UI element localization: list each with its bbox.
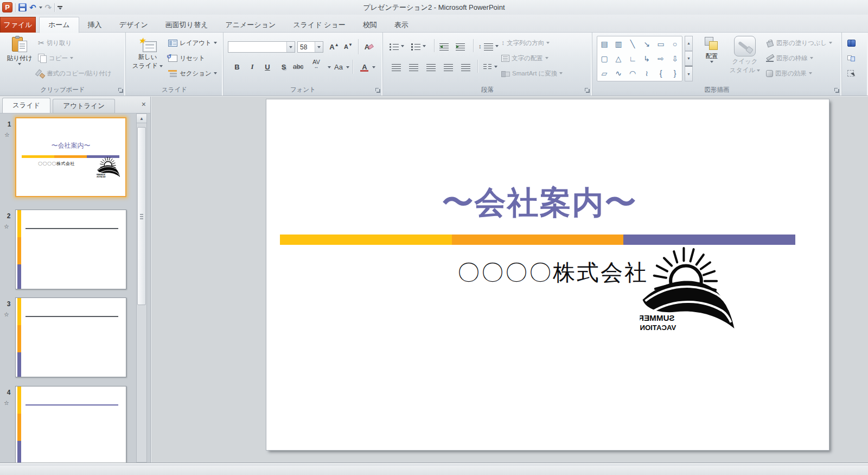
paste-dropdown-arrow-icon[interactable] [18,63,21,65]
character-spacing-button[interactable]: AV ↔ [311,59,321,71]
shape-oval-icon[interactable]: ○ [673,40,677,48]
arrange-button[interactable]: 配置 [699,37,725,63]
quick-styles-dropdown-arrow-icon[interactable] [757,69,760,72]
layout-dropdown-arrow-icon[interactable] [214,42,217,44]
bold-button[interactable]: B [231,61,244,73]
shape-right-brace-icon[interactable]: } [674,69,676,77]
tab-slideshow[interactable]: スライド ショー [284,17,354,33]
shrink-font-button[interactable]: A▼ [342,41,355,53]
shape-left-brace-icon[interactable]: { [660,69,662,77]
font-dialog-launcher-icon[interactable] [375,87,381,93]
shape-fill-button[interactable]: 図形の塗りつぶし [766,37,832,49]
text-direction-button[interactable]: ↕ 文字列の方向 [501,37,550,49]
section-button[interactable]: セクション [168,67,217,79]
clipboard-dialog-launcher-icon[interactable] [118,87,124,93]
font-size-combo[interactable]: 58 [297,41,323,53]
spacing-dropdown-arrow-icon[interactable] [328,66,331,68]
shape-fill-dropdown-arrow-icon[interactable] [829,42,832,44]
animation-star-icon[interactable]: ☆ [4,223,9,230]
tab-home[interactable]: ホーム [39,17,79,33]
tab-animations[interactable]: アニメーション [216,17,284,33]
shapes-scroll-down-icon[interactable]: ▼ [685,51,693,66]
shape-outline-dropdown-arrow-icon[interactable] [810,57,813,59]
quick-styles-button[interactable]: クイック スタイル [728,36,762,74]
shape-rectangle-icon[interactable]: ▭ [657,40,664,48]
shapes-scroll-up-icon[interactable]: ▲ [685,36,693,51]
tab-outline[interactable]: アウトライン [53,99,115,113]
customize-qat-icon[interactable] [58,5,62,10]
font-size-dropdown[interactable] [315,42,323,52]
shape-elbow-arrow-icon[interactable]: ↳ [643,55,650,62]
increase-indent-button[interactable] [456,40,465,52]
format-painter-button[interactable]: 書式のコピー/貼り付け [36,67,112,79]
layout-button[interactable]: レイアウト [168,37,217,49]
close-panel-icon[interactable]: × [142,100,146,108]
justify-button[interactable] [444,61,453,73]
tab-view[interactable]: 表示 [386,17,417,33]
slide-company-text[interactable]: 〇〇〇〇株式会社 [457,258,648,288]
text-direction-dropdown-arrow-icon[interactable] [546,42,550,44]
undo-icon[interactable]: ↶ [29,3,36,11]
shape-freeform-icon[interactable]: ▱ [602,69,608,77]
copy-button[interactable]: コピー [38,52,73,64]
change-case-button[interactable]: Aa [333,61,344,73]
font-color-dropdown-arrow-icon[interactable] [372,66,375,68]
reset-button[interactable]: リセット [168,52,205,64]
undo-dropdown-arrow-icon[interactable] [39,7,42,9]
strikethrough-button[interactable]: abc [292,61,304,73]
shape-arc-icon[interactable]: ◠ [629,69,636,77]
font-size-value[interactable]: 58 [298,43,315,51]
grow-font-button[interactable]: A▲ [328,41,341,53]
align-right-button[interactable] [426,61,436,73]
slide-logo-image[interactable] [640,245,736,333]
scrollbar-thumb[interactable] [137,127,146,305]
new-slide-dropdown-arrow-icon[interactable] [159,65,163,67]
slide-thumbnail-1[interactable]: 1 ☆ 〜会社案内〜 〇〇〇〇株式会社 [15,117,126,197]
shape-curve-icon[interactable]: ≀ [645,69,648,77]
paste-button[interactable]: 貼り付け [4,36,35,65]
shape-elbow-connector-icon[interactable]: ∟ [629,55,636,62]
panel-scrollbar[interactable]: ▲ [136,113,147,463]
tab-slides-thumbnails[interactable]: スライド [2,98,50,113]
animation-star-icon[interactable]: ☆ [4,400,9,407]
shape-vertical-textbox-icon[interactable]: ▥ [615,40,622,48]
align-text-button[interactable]: 文字の配置 [501,52,548,64]
find-button[interactable] [847,37,856,49]
columns-button[interactable] [483,61,497,73]
align-text-dropdown-arrow-icon[interactable] [545,57,548,59]
numbering-button[interactable] [411,40,426,52]
cut-button[interactable]: ✂ 切り取り [38,37,72,49]
animation-star-icon[interactable]: ☆ [4,311,9,318]
powerpoint-app-icon[interactable]: P [2,2,12,12]
bullets-dropdown-arrow-icon[interactable] [401,45,404,47]
clear-formatting-button[interactable]: A [362,41,375,53]
tab-insert[interactable]: 挿入 [79,17,111,33]
distribute-button[interactable] [461,61,470,73]
select-button[interactable] [847,67,854,79]
tab-transitions[interactable]: 画面切り替え [157,17,217,33]
numbering-dropdown-arrow-icon[interactable] [423,45,426,47]
slide-thumbnail-4[interactable]: 4 ☆ [15,386,126,466]
arrange-dropdown-arrow-icon[interactable] [710,61,713,63]
slide-color-bar[interactable] [280,235,795,245]
tab-review[interactable]: 校閲 [354,17,386,33]
shape-line-icon[interactable]: ╲ [630,40,635,48]
scrollbar-up-icon[interactable]: ▲ [137,114,146,123]
line-spacing-dropdown-arrow-icon[interactable] [495,45,499,47]
bullets-button[interactable] [390,40,404,52]
align-center-button[interactable] [409,61,418,73]
text-shadow-button[interactable]: S [277,61,290,73]
shapes-more-icon[interactable]: ▼ [685,66,693,81]
drawing-dialog-launcher-icon[interactable] [834,87,840,93]
align-left-button[interactable] [392,61,401,73]
copy-dropdown-arrow-icon[interactable] [70,57,73,59]
slide-title-text[interactable]: 〜会社案内〜 [266,182,813,224]
underline-button[interactable]: U [261,61,274,73]
slide-thumbnail-2[interactable]: 2 ☆ [15,210,126,289]
font-color-button[interactable]: A [358,61,371,73]
animation-star-icon[interactable]: ☆ [4,131,10,138]
section-dropdown-arrow-icon[interactable] [214,72,217,74]
columns-dropdown-arrow-icon[interactable] [494,66,497,68]
tab-file[interactable]: ファイル [0,17,36,33]
shape-down-arrow-icon[interactable]: ⇩ [672,55,678,62]
